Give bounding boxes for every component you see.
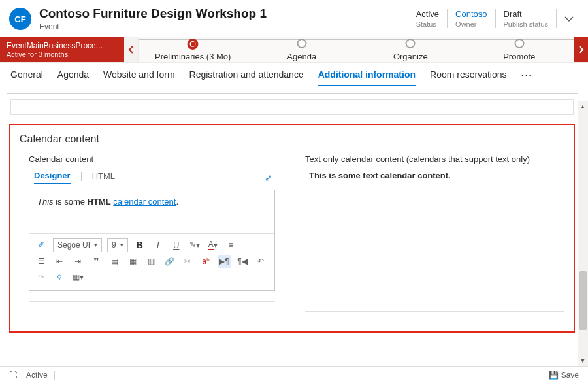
rich-text-editor: This is some HTML calendar content. ✐ Se…	[29, 190, 275, 291]
vertical-scrollbar[interactable]: ▲ ▼	[578, 101, 588, 366]
header-status-owner[interactable]: Contoso Owner	[448, 9, 495, 28]
text-only-value[interactable]: This is some text calendar content.	[305, 171, 564, 180]
bpf-stage-organize[interactable]: Organize	[356, 50, 465, 61]
entity-name: Event	[39, 22, 408, 31]
bpf-next-arrow[interactable]	[574, 37, 588, 62]
bpf-stage-label: Agenda	[248, 52, 357, 61]
blockquote-button[interactable]: ❞	[90, 255, 103, 268]
bpf-stage-promote[interactable]: Promote	[465, 50, 574, 61]
tab-room-reservations[interactable]: Room reservations	[430, 69, 507, 86]
editor-tab-html[interactable]: HTML	[92, 171, 115, 184]
expand-footer-icon[interactable]: ⛶	[9, 371, 17, 380]
tab-overflow[interactable]: ···	[521, 69, 533, 86]
owner-label: Owner	[455, 20, 487, 28]
bpf-duration: Active for 3 months	[7, 50, 118, 58]
calendar-content-section: Calendar content Calendar content Design…	[9, 124, 575, 333]
scroll-thumb[interactable]	[579, 271, 587, 330]
collapsed-field[interactable]	[10, 99, 574, 115]
editor-tab-separator	[81, 172, 82, 181]
field-label-calendar-content: Calendar content	[20, 154, 279, 164]
status-label: Status	[416, 20, 439, 28]
underline-button[interactable]: U	[170, 239, 183, 252]
bpf-dot-icon	[406, 39, 416, 48]
title-block: Contoso Furniture Design Workshop 1 Even…	[39, 7, 408, 31]
page-title: Contoso Furniture Design Workshop 1	[39, 7, 408, 21]
calendar-content-left: Calendar content Designer HTML ⤢ This is…	[20, 154, 279, 312]
scroll-up-arrow-icon[interactable]: ▲	[578, 101, 588, 112]
align-right-button[interactable]: ▥	[144, 255, 157, 268]
editor-link[interactable]: calendar content	[113, 197, 176, 207]
record-header: CF Contoso Furniture Design Workshop 1 E…	[0, 0, 588, 37]
format-painter-icon[interactable]: ✐	[35, 239, 48, 252]
ltr-direction-button[interactable]: ▶¶	[218, 255, 231, 268]
footer-separator	[54, 371, 55, 380]
bpf-stage-label: Organize	[356, 52, 465, 61]
bpf-dot-icon	[188, 39, 199, 50]
superscript-button[interactable]: aᵇ	[199, 255, 212, 268]
footer-status: Active	[26, 371, 48, 380]
bpf-stage-label: Promote	[465, 52, 574, 61]
save-icon: 💾	[549, 371, 559, 380]
save-label: Save	[561, 371, 579, 380]
bpf-process-name[interactable]: EventMainBusinessProce... Active for 3 m…	[0, 37, 124, 62]
bullets-button[interactable]: ≡	[225, 239, 238, 252]
font-family-select[interactable]: Segoe UI	[53, 238, 102, 252]
status-value: Active	[416, 9, 439, 19]
tab-general[interactable]: General	[10, 69, 43, 86]
bpf-prev-arrow[interactable]	[124, 37, 139, 62]
link-button[interactable]: 🔗	[163, 255, 176, 268]
scroll-area[interactable]: Calendar content Calendar content Design…	[7, 93, 578, 348]
clear-format-button[interactable]: ◊	[53, 271, 66, 284]
align-center-button[interactable]: ▦	[126, 255, 139, 268]
avatar: CF	[9, 8, 31, 30]
editor-text: This	[37, 197, 54, 207]
undo-button[interactable]: ↶	[254, 255, 267, 268]
editor-text: .	[176, 197, 178, 207]
expand-editor-icon[interactable]: ⤢	[265, 173, 272, 183]
bold-button[interactable]: B	[133, 239, 146, 252]
highlight-color-button[interactable]: ✎▾	[188, 239, 201, 252]
rtl-direction-button[interactable]: ¶◀	[236, 255, 249, 268]
font-color-button[interactable]: A▾	[206, 239, 220, 252]
tab-additional-information[interactable]: Additional information	[318, 69, 416, 86]
header-expand-button[interactable]	[561, 10, 578, 27]
align-left-button[interactable]: ▤	[108, 255, 121, 268]
save-button[interactable]: 💾 Save	[549, 371, 579, 380]
font-size-select[interactable]: 9	[107, 238, 128, 252]
editor-tab-designer[interactable]: Designer	[34, 171, 71, 184]
tab-agenda[interactable]: Agenda	[57, 69, 89, 86]
section-title: Calendar content	[20, 133, 564, 145]
status-bar: ⛶ Active 💾 Save	[0, 366, 588, 383]
form-tabs: General Agenda Website and form Registra…	[0, 63, 588, 87]
bpf-connector-line	[139, 39, 574, 40]
outdent-button[interactable]: ⇤	[53, 255, 66, 268]
bpf-stages: Preliminaries (3 Mo) Agenda Organize Pro…	[139, 37, 574, 62]
scroll-down-arrow-icon[interactable]: ▼	[578, 356, 588, 366]
publish-label: Publish status	[504, 20, 548, 28]
table-button[interactable]: ▦▾	[71, 271, 85, 284]
bpf-stage-agenda[interactable]: Agenda	[248, 50, 357, 61]
field-label-text-only: Text only calendar content (calendars th…	[305, 154, 564, 164]
editor-canvas[interactable]: This is some HTML calendar content.	[29, 190, 274, 233]
numbered-list-button[interactable]: ☰	[35, 255, 48, 268]
redo-button[interactable]: ↷	[35, 271, 48, 284]
unlink-button[interactable]: ✂	[181, 255, 194, 268]
header-status-status: Active Status	[408, 9, 448, 28]
bpf-stage-preliminaries[interactable]: Preliminaries (3 Mo)	[139, 50, 248, 61]
indent-button[interactable]: ⇥	[71, 255, 84, 268]
editor-tabs: Designer HTML ⤢	[20, 171, 279, 184]
tab-registration[interactable]: Registration and attendance	[189, 69, 304, 86]
field-divider	[305, 311, 564, 312]
tab-website-and-form[interactable]: Website and form	[103, 69, 174, 86]
header-status-block: Active Status Contoso Owner Draft Publis…	[408, 7, 578, 28]
bpf-stage-label: Preliminaries (3 Mo)	[139, 52, 248, 61]
form-body: Calendar content Calendar content Design…	[0, 87, 588, 348]
editor-text: HTML	[88, 197, 111, 207]
business-process-flow: EventMainBusinessProce... Active for 3 m…	[0, 37, 588, 63]
bpf-dot-icon	[514, 39, 524, 48]
bpf-name-text: EventMainBusinessProce...	[7, 41, 118, 50]
italic-button[interactable]: I	[152, 239, 165, 252]
bpf-dot-icon	[297, 39, 306, 48]
publish-value: Draft	[504, 9, 548, 19]
owner-value[interactable]: Contoso	[455, 9, 487, 19]
